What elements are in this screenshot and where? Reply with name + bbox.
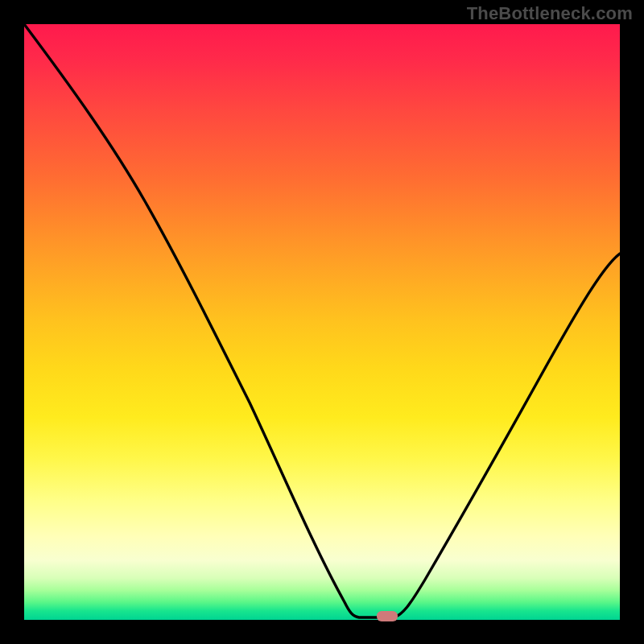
optimal-marker: [377, 611, 398, 621]
curve-path: [24, 24, 620, 617]
plot-area: [24, 24, 620, 620]
bottleneck-curve: [24, 24, 620, 620]
chart-frame: TheBottleneck.com: [0, 0, 644, 644]
watermark-text: TheBottleneck.com: [467, 3, 633, 24]
